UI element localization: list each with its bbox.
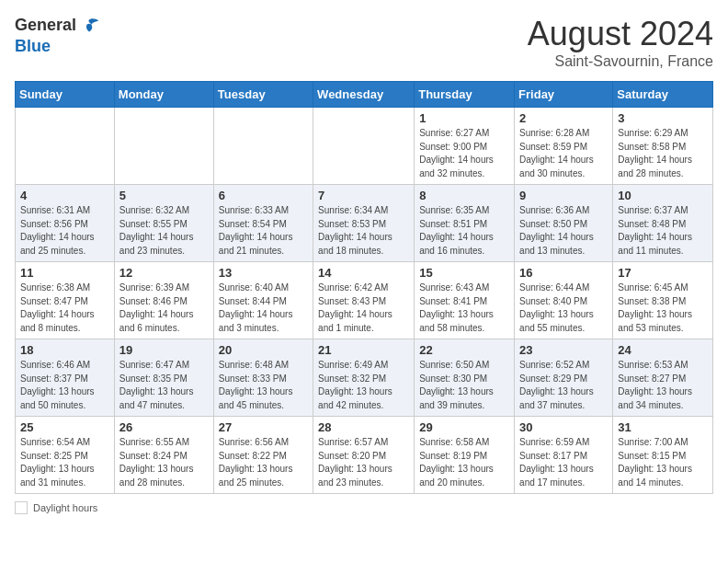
day-number: 16 xyxy=(519,266,608,280)
day-info: Sunrise: 6:56 AM Sunset: 8:22 PM Dayligh… xyxy=(219,436,308,489)
day-info: Sunrise: 6:35 AM Sunset: 8:51 PM Dayligh… xyxy=(419,204,509,258)
day-number: 4 xyxy=(20,189,109,202)
day-number: 30 xyxy=(519,420,608,434)
day-number: 2 xyxy=(519,111,608,125)
day-number: 21 xyxy=(318,343,409,357)
day-info: Sunrise: 6:42 AM Sunset: 8:43 PM Dayligh… xyxy=(318,282,409,335)
day-number: 17 xyxy=(618,266,708,280)
logo: General Blue xyxy=(15,15,100,57)
table-cell: 14Sunrise: 6:42 AM Sunset: 8:43 PM Dayli… xyxy=(313,262,415,339)
day-number: 28 xyxy=(318,420,409,434)
day-info: Sunrise: 6:31 AM Sunset: 8:56 PM Dayligh… xyxy=(20,204,109,258)
table-cell xyxy=(16,108,115,185)
table-cell: 5Sunrise: 6:32 AM Sunset: 8:55 PM Daylig… xyxy=(114,185,213,262)
table-cell: 22Sunrise: 6:50 AM Sunset: 8:30 PM Dayli… xyxy=(415,339,515,417)
table-cell: 20Sunrise: 6:48 AM Sunset: 8:33 PM Dayli… xyxy=(213,339,313,417)
calendar-week-2: 4Sunrise: 6:31 AM Sunset: 8:56 PM Daylig… xyxy=(16,185,713,262)
legend-box xyxy=(15,501,28,514)
day-info: Sunrise: 6:37 AM Sunset: 8:48 PM Dayligh… xyxy=(618,204,708,258)
table-cell: 21Sunrise: 6:49 AM Sunset: 8:32 PM Dayli… xyxy=(313,339,415,417)
table-cell: 16Sunrise: 6:44 AM Sunset: 8:40 PM Dayli… xyxy=(515,262,613,339)
table-cell: 13Sunrise: 6:40 AM Sunset: 8:44 PM Dayli… xyxy=(213,262,313,339)
table-cell: 11Sunrise: 6:38 AM Sunset: 8:47 PM Dayli… xyxy=(16,262,115,339)
day-number: 27 xyxy=(219,420,308,434)
day-info: Sunrise: 6:48 AM Sunset: 8:33 PM Dayligh… xyxy=(219,359,308,412)
calendar-week-5: 25Sunrise: 6:54 AM Sunset: 8:25 PM Dayli… xyxy=(16,417,713,494)
table-cell: 4Sunrise: 6:31 AM Sunset: 8:56 PM Daylig… xyxy=(16,185,115,262)
day-number: 10 xyxy=(618,189,708,202)
table-cell: 31Sunrise: 7:00 AM Sunset: 8:15 PM Dayli… xyxy=(613,417,713,494)
logo-bird-icon xyxy=(78,15,100,37)
day-number: 8 xyxy=(419,189,509,202)
table-cell: 19Sunrise: 6:47 AM Sunset: 8:35 PM Dayli… xyxy=(114,339,213,417)
calendar-week-3: 11Sunrise: 6:38 AM Sunset: 8:47 PM Dayli… xyxy=(16,262,713,339)
day-info: Sunrise: 6:40 AM Sunset: 8:44 PM Dayligh… xyxy=(219,282,308,335)
table-cell: 17Sunrise: 6:45 AM Sunset: 8:38 PM Dayli… xyxy=(613,262,713,339)
table-cell xyxy=(114,108,213,185)
table-cell: 30Sunrise: 6:59 AM Sunset: 8:17 PM Dayli… xyxy=(515,417,613,494)
day-number: 5 xyxy=(119,189,209,202)
day-info: Sunrise: 6:47 AM Sunset: 8:35 PM Dayligh… xyxy=(119,359,209,412)
table-cell: 15Sunrise: 6:43 AM Sunset: 8:41 PM Dayli… xyxy=(415,262,515,339)
calendar-table: Sunday Monday Tuesday Wednesday Thursday… xyxy=(15,81,713,494)
day-info: Sunrise: 6:32 AM Sunset: 8:55 PM Dayligh… xyxy=(119,204,209,258)
day-info: Sunrise: 6:52 AM Sunset: 8:29 PM Dayligh… xyxy=(519,359,608,412)
day-number: 9 xyxy=(519,189,608,202)
col-saturday: Saturday xyxy=(613,82,713,108)
logo-blue-text: Blue xyxy=(15,37,100,57)
day-info: Sunrise: 6:29 AM Sunset: 8:58 PM Dayligh… xyxy=(618,127,708,180)
day-info: Sunrise: 6:54 AM Sunset: 8:25 PM Dayligh… xyxy=(20,436,109,489)
table-cell: 12Sunrise: 6:39 AM Sunset: 8:46 PM Dayli… xyxy=(114,262,213,339)
table-cell: 7Sunrise: 6:34 AM Sunset: 8:53 PM Daylig… xyxy=(313,185,415,262)
table-cell: 2Sunrise: 6:28 AM Sunset: 8:59 PM Daylig… xyxy=(515,108,613,185)
table-cell: 9Sunrise: 6:36 AM Sunset: 8:50 PM Daylig… xyxy=(515,185,613,262)
day-info: Sunrise: 6:44 AM Sunset: 8:40 PM Dayligh… xyxy=(519,282,608,335)
day-info: Sunrise: 6:53 AM Sunset: 8:27 PM Dayligh… xyxy=(618,359,708,412)
col-monday: Monday xyxy=(114,82,213,108)
title-area: August 2024 Saint-Savournin, France xyxy=(528,15,713,70)
header: General Blue August 2024 Saint-Savournin… xyxy=(15,15,713,70)
col-sunday: Sunday xyxy=(16,82,115,108)
day-number: 18 xyxy=(20,343,109,357)
day-number: 22 xyxy=(419,343,509,357)
day-number: 13 xyxy=(219,266,308,280)
table-cell xyxy=(213,108,313,185)
col-wednesday: Wednesday xyxy=(313,82,415,108)
day-info: Sunrise: 6:38 AM Sunset: 8:47 PM Dayligh… xyxy=(20,282,109,335)
location-subtitle: Saint-Savournin, France xyxy=(528,53,713,70)
col-tuesday: Tuesday xyxy=(213,82,313,108)
table-cell: 18Sunrise: 6:46 AM Sunset: 8:37 PM Dayli… xyxy=(16,339,115,417)
table-cell: 3Sunrise: 6:29 AM Sunset: 8:58 PM Daylig… xyxy=(613,108,713,185)
day-number: 31 xyxy=(618,420,708,434)
table-cell: 27Sunrise: 6:56 AM Sunset: 8:22 PM Dayli… xyxy=(213,417,313,494)
table-cell: 24Sunrise: 6:53 AM Sunset: 8:27 PM Dayli… xyxy=(613,339,713,417)
day-number: 12 xyxy=(119,266,209,280)
day-number: 7 xyxy=(318,189,409,202)
day-info: Sunrise: 6:58 AM Sunset: 8:19 PM Dayligh… xyxy=(419,436,509,489)
day-info: Sunrise: 6:43 AM Sunset: 8:41 PM Dayligh… xyxy=(419,282,509,335)
calendar-header-row: Sunday Monday Tuesday Wednesday Thursday… xyxy=(16,82,713,108)
day-info: Sunrise: 6:50 AM Sunset: 8:30 PM Dayligh… xyxy=(419,359,509,412)
day-info: Sunrise: 6:55 AM Sunset: 8:24 PM Dayligh… xyxy=(119,436,209,489)
day-number: 26 xyxy=(119,420,209,434)
day-number: 24 xyxy=(618,343,708,357)
logo-general-text: General xyxy=(15,16,76,36)
day-info: Sunrise: 6:27 AM Sunset: 9:00 PM Dayligh… xyxy=(419,127,509,180)
day-info: Sunrise: 6:33 AM Sunset: 8:54 PM Dayligh… xyxy=(219,204,308,258)
col-thursday: Thursday xyxy=(415,82,515,108)
table-cell: 10Sunrise: 6:37 AM Sunset: 8:48 PM Dayli… xyxy=(613,185,713,262)
table-cell: 28Sunrise: 6:57 AM Sunset: 8:20 PM Dayli… xyxy=(313,417,415,494)
day-info: Sunrise: 6:45 AM Sunset: 8:38 PM Dayligh… xyxy=(618,282,708,335)
page: General Blue August 2024 Saint-Savournin… xyxy=(0,0,728,529)
table-cell: 25Sunrise: 6:54 AM Sunset: 8:25 PM Dayli… xyxy=(16,417,115,494)
day-number: 11 xyxy=(20,266,109,280)
month-year-title: August 2024 xyxy=(528,15,713,53)
table-cell: 23Sunrise: 6:52 AM Sunset: 8:29 PM Dayli… xyxy=(515,339,613,417)
calendar-week-1: 1Sunrise: 6:27 AM Sunset: 9:00 PM Daylig… xyxy=(16,108,713,185)
day-info: Sunrise: 6:28 AM Sunset: 8:59 PM Dayligh… xyxy=(519,127,608,180)
day-info: Sunrise: 6:36 AM Sunset: 8:50 PM Dayligh… xyxy=(519,204,608,258)
day-info: Sunrise: 6:46 AM Sunset: 8:37 PM Dayligh… xyxy=(20,359,109,412)
col-friday: Friday xyxy=(515,82,613,108)
table-cell: 29Sunrise: 6:58 AM Sunset: 8:19 PM Dayli… xyxy=(415,417,515,494)
day-number: 20 xyxy=(219,343,308,357)
